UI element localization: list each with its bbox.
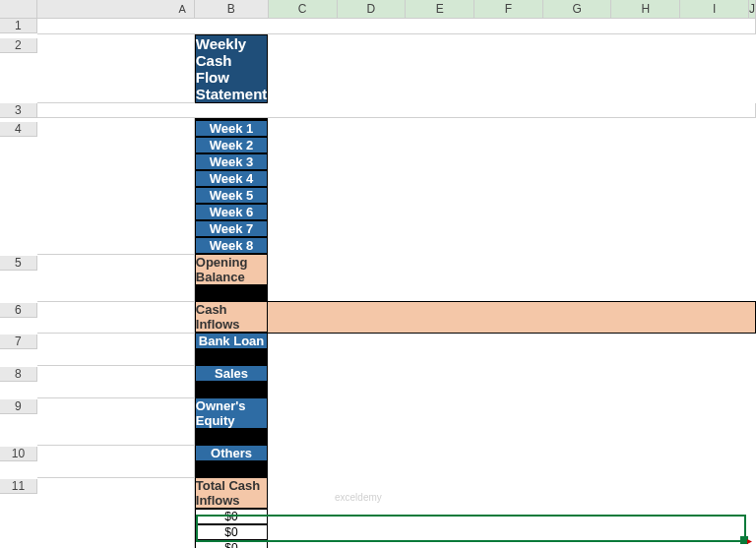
row-11[interactable]: 11 — [0, 479, 37, 494]
col-G[interactable]: G — [542, 0, 611, 19]
week-4-header[interactable]: Week 4 — [195, 170, 269, 187]
label-inflows[interactable]: Cash Inflows — [195, 301, 269, 333]
week-8-header[interactable]: Week 8 — [195, 237, 269, 254]
row-4[interactable]: 4 — [0, 122, 37, 137]
row-1[interactable]: 1 — [0, 19, 37, 33]
week-6-header[interactable]: Week 6 — [195, 204, 269, 220]
row-7[interactable]: 7 — [0, 335, 37, 349]
row-2[interactable]: 2 — [0, 38, 37, 53]
week-2-header[interactable]: Week 2 — [195, 137, 269, 153]
label-total-inflows[interactable]: Total Cash Inflows — [195, 477, 269, 509]
col-I[interactable]: I — [680, 0, 749, 19]
col-J[interactable]: J — [749, 0, 756, 19]
row-5[interactable]: 5 — [0, 256, 37, 271]
inflows-span[interactable] — [268, 301, 755, 333]
col-H[interactable]: H — [611, 0, 680, 19]
col-A[interactable]: A — [37, 0, 194, 19]
scroll-right-icon[interactable]: ▸ — [747, 535, 752, 546]
label-opening[interactable]: Opening Balance — [195, 254, 269, 285]
title-cell: Weekly Cash Flow Statement — [195, 34, 269, 103]
row-6[interactable]: 6 — [0, 303, 37, 318]
row-3[interactable]: 3 — [0, 103, 37, 118]
col-D[interactable]: D — [337, 0, 406, 19]
col-C[interactable]: C — [268, 0, 337, 19]
week-5-header[interactable]: Week 5 — [195, 187, 269, 204]
label-others[interactable]: Others — [195, 445, 269, 461]
label-bank[interactable]: Bank Loan — [195, 333, 269, 349]
col-B[interactable]: B — [194, 0, 268, 19]
week-3-header[interactable]: Week 3 — [195, 153, 269, 170]
spreadsheet[interactable]: A B C D E F G H I J 1 2 Weekly Cash Flow… — [0, 0, 756, 548]
col-F[interactable]: F — [474, 0, 543, 19]
total-in-w1[interactable]: $0 — [195, 509, 269, 524]
week-7-header[interactable]: Week 7 — [195, 220, 269, 237]
week-1-header[interactable]: Week 1 — [195, 120, 269, 137]
corner[interactable] — [0, 0, 37, 19]
col-E[interactable]: E — [406, 0, 474, 19]
label-equity[interactable]: Owner's Equity — [195, 397, 269, 429]
row-8[interactable]: 8 — [0, 367, 37, 382]
row-10[interactable]: 10 — [0, 447, 37, 461]
row-9[interactable]: 9 — [0, 399, 37, 414]
label-sales[interactable]: Sales — [195, 365, 269, 382]
